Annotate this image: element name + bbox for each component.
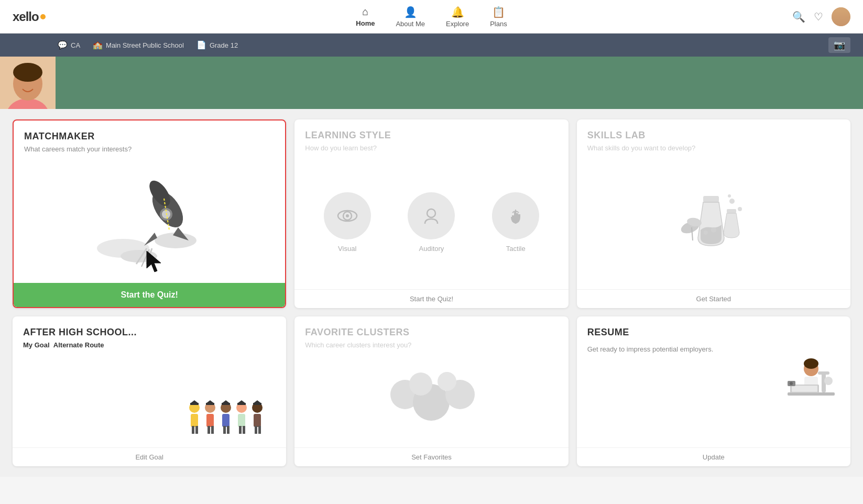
skills-lab-body: SKILLS LAB What skills do you want to de… <box>577 119 850 289</box>
favorite-clusters-footer[interactable]: Set Favorites <box>294 447 568 466</box>
svg-rect-46 <box>223 426 226 434</box>
after-high-school-card[interactable]: AFTER HIGH SCHOOL... My Goal Alternate R… <box>13 316 286 466</box>
after-high-school-cta: Edit Goal <box>135 453 163 461</box>
after-high-school-body: AFTER HIGH SCHOOL... My Goal Alternate R… <box>13 316 286 447</box>
auditory-icon <box>408 192 455 239</box>
auditory-item: Auditory <box>408 192 455 253</box>
svg-marker-17 <box>147 251 161 272</box>
home-icon: ⌂ <box>362 6 368 18</box>
after-high-school-footer[interactable]: Edit Goal <box>13 447 286 466</box>
nav-right: 🔍 ♡ <box>792 7 850 26</box>
profile-avatar-svg <box>0 57 56 109</box>
tactile-label: Tactile <box>506 245 526 253</box>
favorite-clusters-title: FAVORITE CLUSTERS <box>305 327 558 338</box>
start-quiz-button[interactable]: Start the Quiz! <box>14 283 285 307</box>
resume-card[interactable]: RESUME Get ready to impress potential em… <box>577 316 850 466</box>
favorite-clusters-card[interactable]: FAVORITE CLUSTERS Which career clusters … <box>294 316 568 466</box>
svg-point-66 <box>438 372 456 391</box>
skills-lab-title: SKILLS LAB <box>587 130 840 141</box>
avatar[interactable] <box>832 7 850 26</box>
grade-label: Grade 12 <box>210 41 238 49</box>
nav-explore[interactable]: 🔔 Explore <box>446 6 469 28</box>
profile-strip <box>0 57 863 109</box>
svg-marker-55 <box>237 400 246 403</box>
region-label: CA <box>71 41 80 49</box>
nav-about-me[interactable]: 👤 About Me <box>396 6 425 28</box>
resume-subtitle: Get ready to impress potential employers… <box>587 345 777 353</box>
svg-point-31 <box>728 194 731 198</box>
region-item[interactable]: 💬 CA <box>58 40 80 50</box>
svg-marker-49 <box>222 400 230 403</box>
svg-point-76 <box>790 382 793 385</box>
goal-value: Alternate Route <box>53 341 104 349</box>
rocket-container <box>24 159 275 275</box>
matchmaker-subtitle: What careers match your interests? <box>24 145 132 153</box>
svg-rect-47 <box>227 426 230 434</box>
svg-rect-74 <box>792 386 817 392</box>
person-icon: 👤 <box>404 6 417 18</box>
svg-point-29 <box>729 199 735 204</box>
secondary-bar: 💬 CA 🏫 Main Street Public School 📄 Grade… <box>0 34 863 57</box>
svg-point-20 <box>346 214 349 217</box>
visual-item: Visual <box>324 192 371 253</box>
nav-plans-label: Plans <box>490 20 507 28</box>
grade-item[interactable]: 📄 Grade 12 <box>196 40 238 50</box>
graduation-people-svg <box>187 397 270 439</box>
learning-style-card[interactable]: LEARNING STYLE How do you learn best? Vi… <box>294 119 568 308</box>
learning-style-body: LEARNING STYLE How do you learn best? Vi… <box>294 119 568 289</box>
heart-icon[interactable]: ♡ <box>814 10 823 23</box>
search-icon[interactable]: 🔍 <box>792 10 805 23</box>
svg-marker-43 <box>206 400 214 403</box>
learning-style-cta: Start the Quiz! <box>410 295 453 303</box>
svg-point-21 <box>427 209 435 217</box>
after-high-school-title: AFTER HIGH SCHOOL... <box>23 327 276 338</box>
logo-text: xello <box>13 9 39 24</box>
grade-icon: 📄 <box>196 40 206 50</box>
svg-rect-41 <box>211 426 214 434</box>
resume-footer[interactable]: Update <box>577 447 850 466</box>
favorite-clusters-cta: Set Favorites <box>411 453 452 461</box>
resume-cta: Update <box>703 453 725 461</box>
camera-button[interactable]: 📷 <box>828 37 850 53</box>
svg-rect-53 <box>243 426 245 434</box>
nav-plans[interactable]: 📋 Plans <box>490 6 507 28</box>
learning-style-footer[interactable]: Start the Quiz! <box>294 289 568 308</box>
nav-home-label: Home <box>356 19 375 27</box>
visual-icon <box>324 192 371 239</box>
skills-illustration <box>587 158 840 281</box>
auditory-label: Auditory <box>419 245 444 253</box>
svg-point-77 <box>824 377 833 385</box>
svg-rect-57 <box>254 414 261 427</box>
nav-home[interactable]: ⌂ Home <box>356 6 375 27</box>
school-item[interactable]: 🏫 Main Street Public School <box>93 40 184 50</box>
resume-illustration-svg <box>782 345 840 408</box>
tactile-icon <box>492 192 539 239</box>
svg-rect-39 <box>206 414 214 427</box>
learning-style-title: LEARNING STYLE <box>305 130 558 141</box>
logo[interactable]: xello <box>13 9 46 24</box>
svg-marker-37 <box>190 400 199 403</box>
svg-rect-22 <box>703 196 719 202</box>
start-quiz-label: Start the Quiz! <box>121 290 178 300</box>
svg-rect-58 <box>255 426 257 434</box>
svg-rect-25 <box>727 209 736 213</box>
cluster-circles-svg <box>384 366 478 429</box>
svg-rect-51 <box>238 414 245 427</box>
matchmaker-card[interactable]: MATCHMAKER What careers match your inter… <box>13 119 286 308</box>
skills-lab-subtitle: What skills do you want to develop? <box>587 144 840 152</box>
matchmaker-card-body: MATCHMAKER What careers match your inter… <box>14 120 285 283</box>
skills-lab-cta: Get Started <box>696 295 731 303</box>
learning-style-subtitle: How do you learn best? <box>305 144 558 152</box>
tactile-item: Tactile <box>492 192 539 253</box>
svg-rect-40 <box>207 426 210 434</box>
skills-lab-footer[interactable]: Get Started <box>577 289 850 308</box>
logo-dot <box>40 14 46 19</box>
svg-marker-61 <box>253 400 261 403</box>
lab-beaker-svg <box>674 180 753 259</box>
mouse-cursor-icon <box>144 248 165 275</box>
svg-rect-69 <box>818 371 829 375</box>
skills-lab-card[interactable]: SKILLS LAB What skills do you want to de… <box>577 119 850 308</box>
visual-label: Visual <box>338 245 356 253</box>
nav-explore-label: Explore <box>446 20 469 28</box>
chat-icon: 💬 <box>58 40 68 50</box>
